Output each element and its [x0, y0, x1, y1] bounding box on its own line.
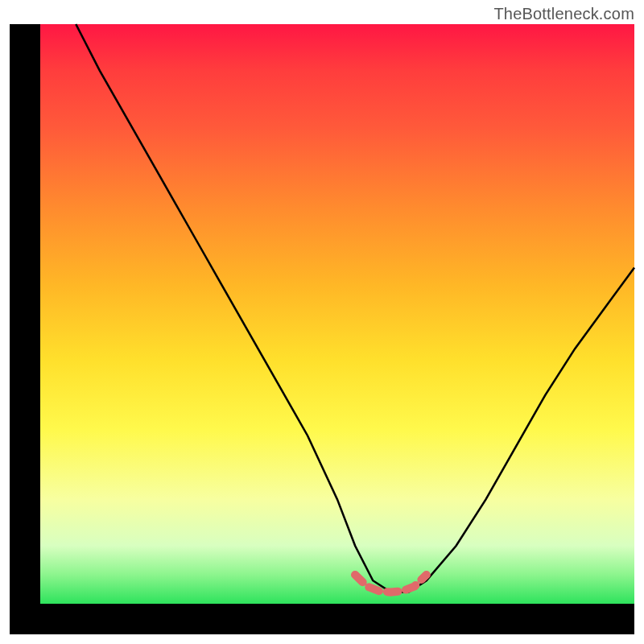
plot-frame: [10, 24, 634, 634]
watermark-text: TheBottleneck.com: [493, 5, 634, 23]
optimal-zone-marker: [355, 575, 427, 592]
chart-svg: [40, 24, 634, 604]
bottleneck-curve: [76, 24, 634, 592]
chart-container: TheBottleneck.com: [0, 0, 644, 644]
